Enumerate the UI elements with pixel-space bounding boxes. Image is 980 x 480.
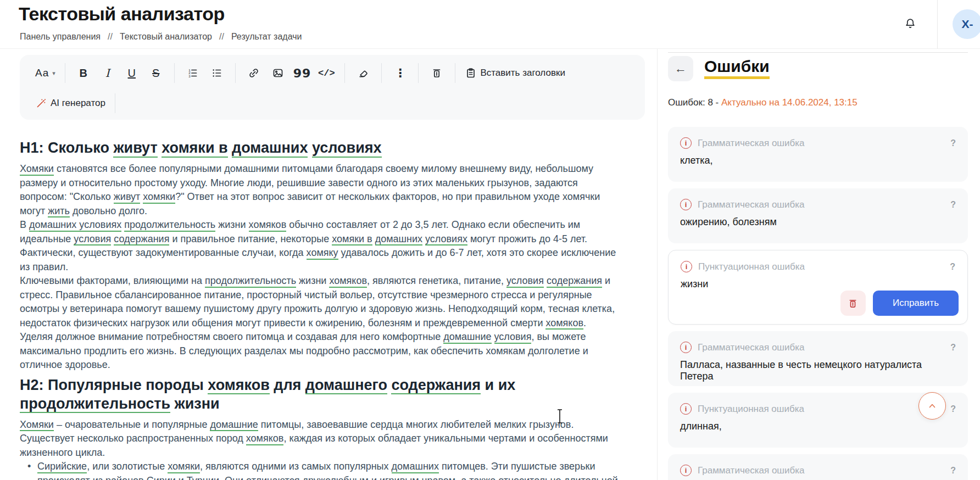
magic-wand-icon bbox=[35, 97, 47, 109]
ordered-list-button[interactable]: 1 2 3 bbox=[181, 62, 205, 84]
error-card[interactable]: iГрамматическая ошибка? bbox=[668, 454, 968, 480]
clear-formatting-button[interactable] bbox=[351, 62, 375, 84]
notifications-button[interactable] bbox=[899, 12, 922, 35]
keyword-underline: хомяков bbox=[208, 377, 269, 395]
more-options-button[interactable]: ⋮ bbox=[388, 62, 412, 84]
error-card-actions: Исправить bbox=[840, 291, 959, 316]
keyword-underline: содержания bbox=[547, 275, 602, 288]
paragraph: В домашних условиях продолжительность жи… bbox=[20, 218, 624, 274]
bold-button[interactable]: B bbox=[71, 62, 96, 84]
keyword-underline: хомяки bbox=[168, 461, 200, 473]
panel-top-divider bbox=[668, 52, 968, 53]
help-icon[interactable]: ? bbox=[950, 466, 956, 476]
keyword-underline: хомяки bbox=[143, 191, 175, 204]
info-icon: i bbox=[680, 137, 692, 149]
help-icon[interactable]: ? bbox=[950, 343, 956, 353]
error-card-header: iПунктуационная ошибка? bbox=[680, 403, 956, 415]
chevron-up-icon bbox=[927, 400, 938, 411]
ordered-list-icon: 1 2 3 bbox=[187, 67, 199, 79]
keyword-underline: жить bbox=[48, 205, 70, 218]
breadcrumb-separator: // bbox=[219, 32, 224, 42]
insert-headings-button[interactable]: Вставить заголовки bbox=[461, 62, 568, 84]
toolbar-divider bbox=[174, 63, 175, 83]
paragraph: Ключевыми факторами, влияющими на продол… bbox=[20, 274, 624, 330]
ai-generator-button[interactable]: AI генератор bbox=[32, 92, 109, 114]
keyword-underline: содержания bbox=[114, 233, 169, 246]
delete-button[interactable] bbox=[425, 62, 449, 84]
keyword-underline: продолжительность bbox=[205, 275, 296, 288]
bullet-item: Сирийские, или золотистые хомяки, являют… bbox=[27, 460, 624, 480]
quote-button[interactable]: 99 bbox=[290, 62, 315, 84]
keyword-underline: продолжительность bbox=[20, 395, 170, 414]
code-button[interactable]: </> bbox=[314, 62, 338, 84]
scroll-top-button[interactable] bbox=[918, 392, 946, 420]
toolbar-divider bbox=[235, 63, 236, 83]
help-icon[interactable]: ? bbox=[950, 200, 956, 210]
keyword-underline: хомяку bbox=[307, 247, 338, 260]
page-title: Текстовый анализатор bbox=[19, 3, 225, 25]
keyword-underline: хомяки в bbox=[332, 233, 372, 246]
keyword-underline: домашнего bbox=[305, 377, 387, 395]
errors-meta: Ошибок: 8 - Актуально на 14.06.2024, 13:… bbox=[668, 97, 858, 108]
info-icon: i bbox=[681, 261, 692, 272]
font-size-dropdown[interactable]: Aa ▾ bbox=[32, 62, 59, 84]
paragraph: Уделяя должное внимание потребностям сво… bbox=[20, 330, 624, 372]
errors-count: Ошибок: 8 - bbox=[668, 97, 719, 108]
bell-icon bbox=[904, 18, 916, 30]
underline-button[interactable]: U bbox=[120, 62, 144, 84]
error-card[interactable]: iПунктуационная ошибка?жизни Исправить bbox=[668, 250, 968, 325]
editor-area[interactable]: H1: Сколько живут хомяки в домашних усло… bbox=[20, 138, 624, 480]
keyword-underline: содержания bbox=[391, 377, 481, 395]
strikethrough-button[interactable]: S bbox=[144, 62, 168, 84]
bullet-list: Сирийские, или золотистые хомяки, являют… bbox=[20, 460, 624, 480]
error-type-label: Пунктуационная ошибка bbox=[698, 404, 944, 415]
panel-title: Ошибки bbox=[704, 57, 770, 79]
help-icon[interactable]: ? bbox=[950, 138, 956, 148]
avatar[interactable]: X- bbox=[953, 9, 980, 39]
keyword-underline: продолжительность bbox=[124, 219, 215, 232]
keyword-underline: хомяков bbox=[249, 219, 287, 232]
arrow-left-icon: ← bbox=[675, 62, 687, 76]
breadcrumb-item-analyzer[interactable]: Текстовый анализатор bbox=[120, 32, 212, 42]
heading-h2: H2: Популярные породы хомяков для домашн… bbox=[20, 376, 624, 413]
editor-toolbar: Aa ▾ B I U S 1 2 3 bbox=[20, 55, 645, 120]
keyword-underline: Сирийские bbox=[37, 461, 87, 473]
error-card[interactable]: iГрамматическая ошибка?клетка, bbox=[668, 127, 968, 182]
help-icon[interactable]: ? bbox=[950, 262, 955, 272]
keyword-underline: условиях bbox=[425, 233, 467, 246]
keyword-underline: хомяков bbox=[329, 275, 367, 288]
help-icon[interactable]: ? bbox=[950, 404, 956, 414]
back-button[interactable]: ← bbox=[668, 56, 693, 81]
error-card-header: iГрамматическая ошибка? bbox=[680, 199, 956, 210]
toolbar-divider bbox=[344, 63, 345, 83]
breadcrumb-item-dashboard[interactable]: Панель управления bbox=[20, 32, 101, 42]
svg-text:3: 3 bbox=[188, 74, 191, 78]
error-text: клетка, bbox=[680, 155, 956, 166]
heading-h1: H1: Сколько живут хомяки в домашних усло… bbox=[20, 138, 624, 157]
info-icon: i bbox=[680, 199, 692, 210]
code-icon: </> bbox=[318, 68, 335, 79]
delete-error-button[interactable] bbox=[840, 291, 866, 316]
image-button[interactable] bbox=[266, 62, 290, 84]
toolbar-divider bbox=[65, 63, 65, 83]
breadcrumb-item-result[interactable]: Результат задачи bbox=[231, 32, 302, 42]
link-button[interactable] bbox=[242, 62, 266, 84]
link-icon bbox=[248, 67, 260, 79]
toolbar-divider bbox=[381, 63, 382, 83]
breadcrumb: Панель управления // Текстовый анализато… bbox=[20, 32, 302, 42]
keyword-underline: живут bbox=[114, 191, 141, 204]
error-card-header: iПунктуационная ошибка? bbox=[681, 261, 955, 272]
toolbar-divider bbox=[115, 93, 115, 113]
error-text: длинная, bbox=[680, 421, 956, 432]
app-header: Текстовый анализатор Панель управления /… bbox=[0, 0, 980, 49]
italic-button[interactable]: I bbox=[96, 62, 120, 84]
error-type-label: Грамматическая ошибка bbox=[698, 465, 944, 476]
error-card[interactable]: iГрамматическая ошибка?Палласа, названны… bbox=[668, 331, 968, 386]
paragraph: Хомяки становятся все более популярными … bbox=[20, 162, 624, 218]
fix-button[interactable]: Исправить bbox=[873, 291, 959, 316]
breadcrumb-separator: // bbox=[108, 32, 113, 42]
toolbar-row-2: AI генератор bbox=[24, 89, 641, 118]
error-type-label: Пунктуационная ошибка bbox=[698, 261, 944, 272]
unordered-list-button[interactable] bbox=[205, 62, 229, 84]
error-card[interactable]: iГрамматическая ошибка?ожирению, болезня… bbox=[668, 188, 968, 243]
